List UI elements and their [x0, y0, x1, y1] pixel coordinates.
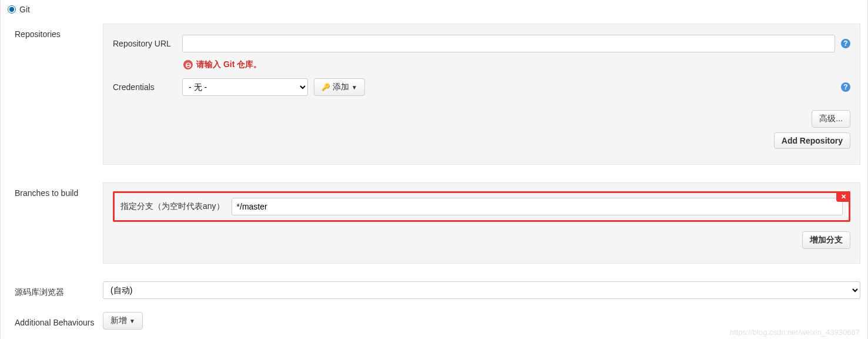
repo-url-error: ⊖ 请输入 Git 仓库。: [183, 59, 850, 70]
additional-label: Additional Behaviours: [15, 312, 103, 327]
additional-section: Additional Behaviours 新增 ▼: [1, 308, 867, 339]
branches-box: ✕ 指定分支（为空时代表any） 增加分支: [103, 182, 860, 264]
help-icon[interactable]: ?: [841, 39, 850, 48]
advanced-button[interactable]: 高级...: [812, 110, 850, 128]
branch-actions: 增加分支: [113, 231, 850, 254]
repo-url-label: Repository URL: [113, 39, 176, 48]
repo-browser-select[interactable]: (自动): [103, 281, 860, 299]
repositories-box: Repository URL ? ⊖ 请输入 Git 仓库。 Credentia…: [103, 24, 860, 165]
add-credentials-button[interactable]: 🔑 添加 ▼: [314, 78, 365, 96]
branch-specifier-row: ✕ 指定分支（为空时代表any）: [113, 191, 850, 222]
credentials-select[interactable]: - 无 -: [182, 78, 308, 96]
scm-git-label[interactable]: Git: [19, 5, 30, 14]
branches-label: Branches to build: [15, 182, 103, 198]
scm-git-radio-row: Git: [1, 0, 867, 20]
help-icon[interactable]: ?: [841, 82, 850, 92]
key-icon: 🔑: [321, 83, 330, 91]
add-branch-button[interactable]: 增加分支: [802, 231, 850, 249]
branch-specifier-label: 指定分支（为空时代表any）: [120, 201, 224, 212]
delete-branch-button[interactable]: ✕: [836, 191, 850, 202]
repo-browser-label: 源码库浏览器: [15, 281, 103, 298]
error-text: 请输入 Git 仓库。: [196, 59, 262, 70]
branches-section: Branches to build ? ✕ 指定分支（为空时代表any） 增加分…: [1, 179, 867, 278]
chevron-down-icon: ▼: [129, 318, 135, 324]
credentials-row: Credentials - 无 - 🔑 添加 ▼ ?: [113, 78, 850, 96]
credentials-label: Credentials: [113, 82, 176, 92]
repositories-label: Repositories: [15, 24, 103, 39]
chevron-down-icon: ▼: [351, 84, 357, 91]
add-behaviour-label: 新增: [110, 315, 127, 326]
add-behaviour-button[interactable]: 新增 ▼: [103, 312, 143, 330]
repositories-section: Repositories ? Repository URL ? ⊖ 请输入 Gi…: [1, 20, 867, 179]
repo-browser-section: 源码库浏览器 ? (自动): [1, 278, 867, 308]
repo-url-row: Repository URL ?: [113, 35, 850, 52]
add-credentials-label: 添加: [333, 82, 349, 92]
scm-git-radio[interactable]: [8, 5, 16, 14]
branch-specifier-input[interactable]: [232, 198, 843, 215]
repo-actions: 高级... Add Repository: [113, 110, 850, 154]
repo-url-input[interactable]: [182, 35, 835, 52]
error-icon: ⊖: [183, 60, 193, 69]
add-repository-button[interactable]: Add Repository: [774, 132, 850, 149]
